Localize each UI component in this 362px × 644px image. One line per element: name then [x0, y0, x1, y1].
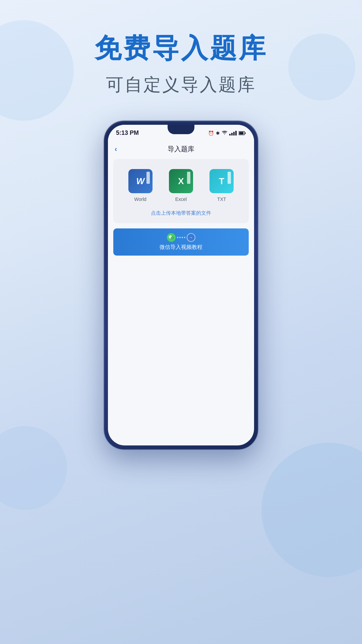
excel-file-item[interactable]: X Excel — [169, 169, 193, 202]
excel-label: Excel — [175, 197, 187, 202]
word-file-item[interactable]: W World — [128, 169, 153, 202]
wifi-icon — [222, 130, 227, 136]
svg-point-5 — [170, 237, 170, 237]
excel-letter: X — [178, 176, 184, 186]
excel-icon-box: X — [169, 169, 193, 193]
app-content: W World X Excel — [108, 159, 254, 256]
battery-icon — [239, 131, 246, 135]
txt-icon-bar — [228, 172, 231, 184]
header-section: 免费导入题库 可自定义导入题库 — [0, 34, 362, 97]
phone-notch — [168, 125, 194, 134]
word-letter: W — [136, 176, 144, 186]
share-icon: → — [187, 233, 195, 242]
svg-point-7 — [171, 237, 172, 238]
phone-outer-frame: 5:13 PM ⏰ ✱ — [104, 121, 258, 449]
excel-icon-bar — [187, 172, 190, 184]
svg-point-6 — [171, 237, 171, 237]
app-title: 导入题库 — [168, 145, 194, 154]
bg-decoration-4 — [0, 426, 67, 510]
wechat-icon — [167, 233, 176, 242]
upload-hint[interactable]: 点击上传本地带答案的文件 — [120, 210, 242, 216]
wechat-tutorial-button[interactable]: → 微信导入视频教程 — [113, 228, 249, 256]
word-icon-box: W — [128, 169, 153, 193]
svg-rect-2 — [245, 132, 246, 134]
txt-icon-box: T — [209, 169, 234, 193]
alarm-icon: ⏰ — [208, 130, 214, 136]
txt-file-item[interactable]: T TXT — [209, 169, 234, 202]
app-header: ‹ 导入题库 — [108, 139, 254, 159]
sub-title: 可自定义导入题库 — [0, 73, 362, 97]
file-icons-row: W World X Excel — [120, 169, 242, 202]
signal-icon — [229, 131, 237, 136]
svg-point-8 — [172, 237, 173, 238]
status-icons: ⏰ ✱ — [208, 130, 246, 136]
word-icon-bar — [146, 172, 150, 184]
main-title: 免费导入题库 — [0, 34, 362, 63]
txt-label: TXT — [217, 197, 226, 202]
word-label: World — [134, 197, 146, 202]
wechat-icons-row: → — [167, 233, 195, 242]
file-type-card: W World X Excel — [113, 159, 249, 223]
dots-separator — [177, 237, 185, 238]
status-time: 5:13 PM — [116, 129, 139, 137]
wechat-btn-label: 微信导入视频教程 — [160, 244, 202, 251]
svg-rect-1 — [239, 132, 244, 134]
txt-letter: T — [219, 176, 224, 186]
back-button[interactable]: ‹ — [115, 145, 117, 154]
phone-screen: 5:13 PM ⏰ ✱ — [108, 125, 254, 445]
phone-mockup: 5:13 PM ⏰ ✱ — [104, 121, 258, 449]
bg-decoration-3 — [261, 443, 362, 577]
bluetooth-icon: ✱ — [216, 130, 220, 136]
